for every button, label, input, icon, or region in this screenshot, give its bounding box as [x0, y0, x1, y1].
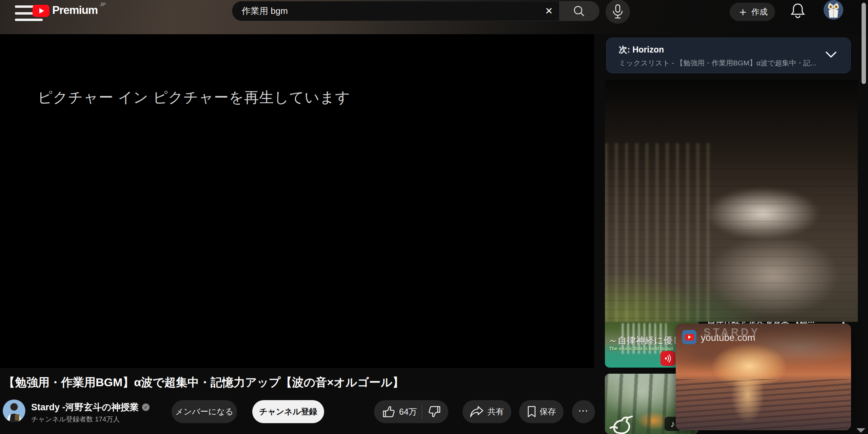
save-button[interactable]: 保存 [519, 400, 564, 423]
save-label: 保存 [540, 406, 556, 417]
music-note-icon: ♪ [671, 419, 675, 429]
video-title: 【勉強用・作業用BGM】α波で超集中・記憶力アップ【波の音×オルゴール】 [3, 375, 512, 390]
thumbs-down-icon [428, 405, 441, 418]
voice-search-button[interactable] [606, 0, 630, 24]
thumbnail-overlay-title: ～自律神経に優し [608, 334, 682, 347]
clear-search-button[interactable]: ✕ [539, 1, 559, 21]
dislike-button[interactable] [423, 400, 448, 423]
bird-logo-icon [607, 411, 641, 434]
share-icon [470, 406, 484, 417]
subscriber-count: チャンネル登録者数 174万人 [31, 415, 120, 424]
plus-icon: ＋ [737, 6, 749, 17]
scanline-texture [605, 80, 858, 322]
channel-name[interactable]: Stardy -河野玄斗の神授業 [31, 401, 139, 413]
up-next-subtitle: ミックスリスト - 【勉強用・作業用BGM】α波で超集中・記... [619, 58, 816, 68]
search-icon [573, 5, 586, 18]
up-next-panel[interactable]: 次: Horizon ミックスリスト - 【勉強用・作業用BGM】α波で超集中・… [606, 38, 851, 73]
channel-avatar-image [3, 399, 25, 422]
youtube-play-icon [33, 5, 50, 17]
subscribe-button[interactable]: チャンネル登録 [252, 400, 324, 423]
youtube-watch-page: ピクチャー イン ピクチャーを再生しています Premium JP ✕ [0, 0, 868, 434]
more-icon: ⋯ [578, 405, 589, 416]
like-dislike-group: 64万 [374, 400, 448, 423]
notifications-button[interactable] [790, 2, 806, 19]
pip-playing-message: ピクチャー イン ピクチャーを再生しています [38, 88, 350, 107]
account-avatar[interactable] [824, 0, 843, 20]
channel-avatar[interactable] [3, 399, 25, 422]
brand-wordmark: Premium [52, 3, 98, 17]
picture-in-picture-window[interactable]: STARDY youtube.com [676, 324, 851, 430]
join-label: メンバーになる [175, 406, 233, 417]
create-label: 作成 [751, 6, 768, 17]
bell-icon [790, 2, 806, 19]
join-button[interactable]: メンバーになる [172, 400, 237, 423]
youtube-play-icon [685, 334, 694, 340]
expanded-thumbnail-preview [605, 80, 858, 322]
thumbnail-overlay-subtitle: The music that is kind to aut [609, 346, 673, 351]
masthead: Premium JP ✕ ＋ 作成 [0, 0, 868, 34]
sound-badge [660, 351, 675, 366]
video-player[interactable]: ピクチャー イン ピクチャーを再生しています [0, 34, 594, 368]
subscribe-label: チャンネル登録 [259, 406, 317, 417]
like-button[interactable]: 64万 [374, 400, 417, 423]
search-input[interactable] [232, 5, 539, 17]
share-button[interactable]: 共有 [462, 400, 511, 423]
like-count: 64万 [399, 406, 417, 417]
mic-icon [612, 4, 624, 19]
verified-badge-icon: ✓ [142, 404, 150, 411]
owl-avatar-icon [824, 0, 843, 20]
share-label: 共有 [488, 406, 504, 417]
scrollbar-thumb[interactable] [862, 3, 866, 84]
bookmark-icon [527, 406, 536, 418]
chevron-down-icon[interactable] [825, 51, 837, 58]
more-actions-button[interactable]: ⋯ [572, 400, 595, 423]
scroll-down-arrow-icon[interactable] [856, 428, 865, 433]
youtube-favicon [682, 330, 696, 344]
search-button[interactable] [559, 1, 599, 21]
sound-wave-icon [663, 354, 673, 363]
channel-name-row: Stardy -河野玄斗の神授業 ✓ [31, 401, 150, 413]
create-button[interactable]: ＋ 作成 [730, 3, 775, 21]
pip-site-domain: youtube.com [701, 332, 755, 343]
search-box: ✕ [232, 1, 599, 21]
region-code: JP [100, 1, 106, 7]
youtube-premium-logo[interactable]: Premium JP [33, 3, 106, 17]
divider [422, 404, 422, 419]
clear-icon: ✕ [545, 5, 553, 17]
ocean-sunset-art [676, 379, 851, 430]
thumbs-up-icon [382, 405, 395, 418]
up-next-title: 次: Horizon [619, 44, 664, 55]
